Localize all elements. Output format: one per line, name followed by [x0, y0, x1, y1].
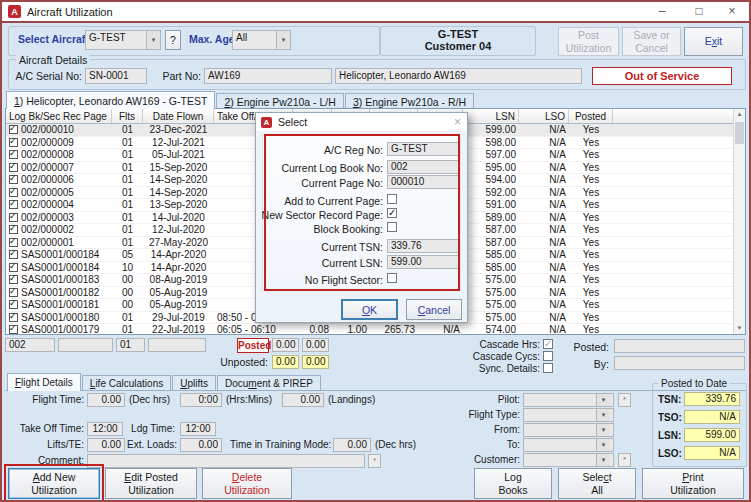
reg-no-field[interactable]: G-TEST [387, 142, 459, 156]
lifts-field[interactable]: 0.00 [87, 438, 125, 452]
training-mode-field[interactable]: 0.00 [333, 438, 371, 452]
exit-button[interactable]: Exit [684, 27, 743, 56]
takeoff-time-field[interactable]: 12:00 [87, 422, 123, 436]
save-or-cancel-button[interactable]: Save or Cancel [622, 27, 681, 56]
close-button[interactable]: × [717, 2, 747, 21]
tab-document-pirep[interactable]: Document & PIREP [217, 375, 321, 391]
row-checkbox[interactable] [9, 250, 18, 259]
tab-life-calculations[interactable]: Life Calculations [82, 375, 171, 391]
tab-flight-details[interactable]: Flight Details [7, 373, 81, 391]
tab-engine-lh[interactable]: 2) Engine Pw210a - L/H [216, 93, 344, 109]
chevron-down-icon[interactable]: ▾ [596, 409, 610, 421]
part-no-field[interactable]: AW169 [204, 68, 332, 84]
cancel-button[interactable]: Cancel [406, 299, 462, 320]
ldg-time-field[interactable]: 12:00 [180, 422, 216, 436]
current-tsn-field[interactable]: 339.76 [387, 239, 459, 253]
row-checkbox[interactable] [9, 188, 18, 197]
scroll-up-icon[interactable]: ▲ [734, 109, 745, 120]
add-new-utilization-button[interactable]: Add New Utilization [8, 468, 100, 499]
row-checkbox[interactable] [9, 288, 18, 297]
row-checkbox[interactable] [9, 175, 18, 184]
strip-field-4[interactable] [148, 338, 206, 352]
select-aircraft-combo[interactable]: G-TEST ▾ [85, 30, 161, 50]
col-header-date[interactable]: Date Flown [143, 109, 214, 123]
cascade-hrs-checkbox[interactable] [543, 339, 553, 349]
chevron-down-icon[interactable]: ▾ [596, 424, 610, 436]
no-flight-sector-checkbox[interactable] [387, 273, 397, 283]
serial-no-field[interactable]: SN-0001 [85, 68, 147, 84]
ok-button[interactable]: OK [341, 299, 398, 320]
from-combo[interactable]: ▾ [523, 423, 614, 437]
training-suffix: (Dec hrs) [375, 439, 416, 450]
row-checkbox[interactable] [9, 238, 18, 247]
col-header-lsn[interactable]: LSN [463, 109, 519, 123]
customer-combo[interactable]: ▾ [523, 453, 614, 467]
cell-date: 14-Apr-2020 [143, 249, 214, 260]
log-book-no-field[interactable]: 002 [387, 160, 459, 174]
sync-details-checkbox[interactable] [543, 363, 553, 373]
comment-field[interactable] [87, 454, 365, 468]
cascade-cycs-checkbox[interactable] [543, 351, 553, 361]
block-booking-checkbox[interactable] [387, 222, 397, 232]
chevron-down-icon[interactable]: ▾ [276, 31, 290, 49]
flight-time-hm-field[interactable]: 0:00 [180, 393, 222, 407]
row-checkbox[interactable] [9, 200, 18, 209]
flight-time-dec-field[interactable]: 0.00 [87, 393, 125, 407]
current-logbook-field[interactable]: 002 [5, 338, 55, 352]
minimize-button[interactable]: – [647, 2, 677, 21]
table-row[interactable]: SAS0001/000179 01 22-Jul-2019 06:05 - 06… [6, 324, 733, 334]
post-utilization-button[interactable]: Post Utilization [558, 27, 619, 56]
row-checkbox[interactable] [9, 125, 18, 134]
dialog-close-icon[interactable]: × [454, 115, 461, 129]
flight-type-combo[interactable]: ▾ [523, 408, 614, 422]
page-no-field[interactable]: 000010 [387, 175, 459, 189]
pilot-combo[interactable]: ▾ [523, 393, 614, 407]
scroll-down-icon[interactable]: ▼ [734, 323, 745, 334]
max-age-combo[interactable]: All ▾ [232, 30, 291, 50]
col-header-lso[interactable]: LSO [519, 109, 569, 123]
pilot-clear-button[interactable]: * [618, 393, 631, 407]
row-checkbox[interactable] [9, 213, 18, 222]
tab-helicopter[interactable]: 1) Helicopter, Leonardo AW169 - G-TEST [6, 91, 215, 109]
row-checkbox[interactable] [9, 313, 18, 322]
row-checkbox[interactable] [9, 275, 18, 284]
chevron-down-icon[interactable]: ▾ [596, 439, 610, 451]
select-all-button[interactable]: Select All [558, 468, 636, 499]
ext-loads-field[interactable]: 0.00 [180, 438, 222, 452]
scrollbar-thumb[interactable] [735, 122, 744, 144]
current-page-field[interactable]: 01 [116, 338, 145, 352]
to-combo[interactable]: ▾ [523, 438, 614, 452]
app-icon: A [8, 5, 21, 18]
print-utilization-button[interactable]: Print Utilization [642, 468, 744, 499]
row-checkbox[interactable] [9, 138, 18, 147]
cell-date: 14-Sep-2020 [143, 174, 214, 185]
grid-vertical-scrollbar[interactable]: ▲ ▼ [733, 109, 745, 334]
row-checkbox[interactable] [9, 225, 18, 234]
edit-posted-utilization-button[interactable]: Edit Posted Utilization [105, 468, 197, 499]
row-checkbox[interactable] [9, 150, 18, 159]
add-to-current-page-checkbox[interactable] [387, 194, 397, 204]
col-header-page[interactable]: Log Bk/Sec Rec Page [6, 109, 112, 123]
row-checkbox[interactable] [9, 163, 18, 172]
new-sector-record-page-checkbox[interactable] [387, 208, 397, 218]
maximize-button[interactable]: □ [684, 2, 714, 21]
landings-field[interactable]: 0.00 [282, 393, 324, 407]
chevron-down-icon[interactable]: ▾ [596, 394, 610, 406]
customer-clear-button[interactable]: * [618, 453, 631, 467]
row-checkbox[interactable] [9, 263, 18, 272]
log-books-button[interactable]: Log Books [474, 468, 552, 499]
comment-expand-button[interactable]: * [368, 454, 381, 468]
chevron-down-icon[interactable]: ▾ [596, 454, 610, 466]
current-lsn-field[interactable]: 599.00 [387, 255, 459, 269]
row-checkbox[interactable] [9, 325, 18, 334]
tab-engine-rh[interactable]: 3) Engine Pw210a - R/H [345, 93, 474, 109]
chevron-down-icon[interactable]: ▾ [146, 31, 160, 49]
row-checkbox[interactable] [9, 300, 18, 309]
tab-uplifts[interactable]: Uplifts [172, 375, 216, 391]
delete-utilization-button[interactable]: Delete Utilization [202, 468, 292, 499]
cell-lso: N/A [519, 162, 569, 173]
col-header-posted[interactable]: Posted [569, 109, 613, 123]
col-header-flts[interactable]: Flts [112, 109, 143, 123]
strip-field-2[interactable] [58, 338, 113, 352]
aircraft-help-button[interactable]: ? [165, 30, 181, 50]
